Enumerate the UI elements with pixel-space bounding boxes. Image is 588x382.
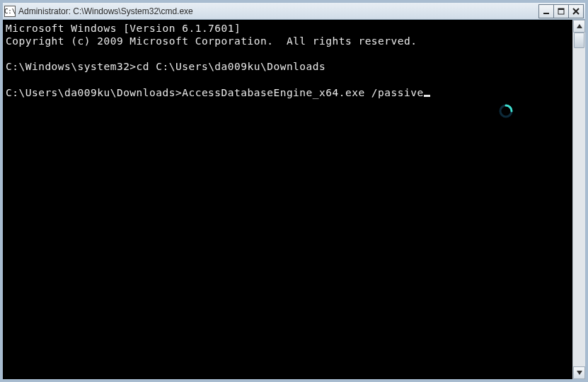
client-area: Microsoft Windows [Version 6.1.7601] Cop… [3,20,585,379]
console-prompt: C:\Windows\system32> [6,61,137,72]
cmd-icon: C:\ [4,6,16,17]
close-icon [572,8,580,15]
console-command: AccessDatabaseEngine_x64.exe /passive [182,87,424,98]
minimize-icon [543,8,550,15]
cmd-window: C:\ Administrator: C:\Windows\System32\c… [0,0,588,382]
window-controls [539,4,584,18]
console-output[interactable]: Microsoft Windows [Version 6.1.7601] Cop… [3,20,572,379]
svg-marker-6 [577,371,582,375]
maximize-button[interactable] [553,4,569,18]
chevron-down-icon [577,371,582,375]
svg-rect-0 [543,13,549,14]
console-line: Copyright (c) 2009 Microsoft Corporation… [6,35,417,47]
scroll-down-button[interactable] [573,366,585,379]
console-command: cd C:\Users\da009ku\Downloads [137,61,326,72]
window-title: Administrator: C:\Windows\System32\cmd.e… [18,6,539,16]
chevron-up-icon [577,24,582,28]
busy-cursor-icon [498,103,514,119]
maximize-icon [558,8,565,15]
console-line: Microsoft Windows [Version 6.1.7601] [6,23,241,34]
scroll-up-button[interactable] [573,20,585,33]
svg-marker-5 [577,24,582,28]
titlebar[interactable]: C:\ Administrator: C:\Windows\System32\c… [3,3,585,20]
svg-rect-2 [558,8,564,10]
vertical-scrollbar[interactable] [572,20,585,379]
minimize-button[interactable] [538,4,554,18]
console-prompt: C:\Users\da009ku\Downloads> [6,87,182,98]
scrollbar-track[interactable] [573,33,585,366]
close-button[interactable] [568,4,584,18]
text-cursor [424,95,430,97]
scrollbar-thumb[interactable] [574,33,584,48]
